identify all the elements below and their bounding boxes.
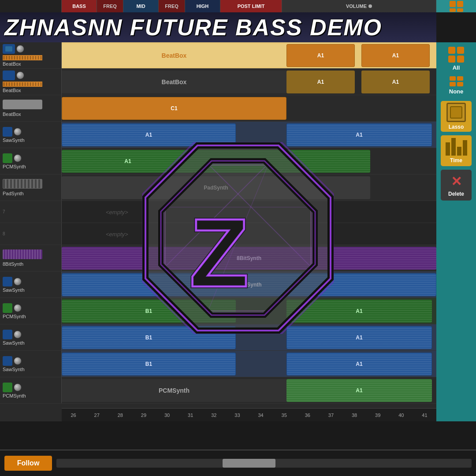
- track-knob[interactable]: [14, 304, 22, 312]
- pattern-block[interactable]: A1: [361, 71, 430, 93]
- track-header-11: PCMSynth: [0, 298, 62, 324]
- track-row: PCMSynth PCMSynth A1 A1: [0, 377, 436, 404]
- track-content-3[interactable]: C1: [62, 95, 436, 121]
- right-panel: All None Lasso T: [436, 42, 476, 421]
- pattern-empty: BeatBox: [62, 44, 286, 67]
- pattern-block[interactable]: C1: [62, 97, 286, 120]
- track-knob[interactable]: [14, 128, 22, 136]
- none-label[interactable]: None: [449, 88, 464, 95]
- pattern-block[interactable]: PadSynth: [62, 176, 370, 199]
- delete-icon: ✕: [451, 174, 462, 189]
- mixer-mid[interactable]: MID: [123, 0, 159, 12]
- track-icon: [3, 277, 12, 286]
- pattern-block[interactable]: A1: [286, 44, 355, 67]
- track-header-14: PCMSynth: [0, 377, 62, 403]
- pattern-block[interactable]: A1: [286, 379, 432, 402]
- mixer-freq2[interactable]: FREQ: [159, 0, 185, 12]
- track-row: BeatBox C1: [0, 95, 436, 122]
- track-content-9[interactable]: 8BitSynth A2: [62, 245, 436, 271]
- track-knob[interactable]: [14, 357, 22, 365]
- track-name-2: BeatBox: [3, 88, 59, 93]
- track-content-13[interactable]: B1 A1 A2: [62, 351, 436, 377]
- track-knob[interactable]: [14, 278, 22, 286]
- lasso-button[interactable]: Lasso: [441, 101, 472, 132]
- ruler-num: 35: [282, 413, 287, 418]
- mixer-volume[interactable]: VOLUME: [282, 0, 436, 12]
- track-content-11[interactable]: B1 A1 A2: [62, 298, 436, 324]
- track-header-8: 8: [0, 223, 62, 245]
- track-icon: [3, 153, 12, 163]
- mixer-bar: BASS FREQ MID FREQ HIGH POST LIMIT VOLUM…: [0, 0, 476, 12]
- track-knob[interactable]: [16, 45, 24, 53]
- mixer-high[interactable]: HIGH: [185, 0, 220, 12]
- pattern-block[interactable]: A1: [286, 71, 355, 93]
- track-row: SawSynth B1 A1 A2: [0, 351, 436, 377]
- pattern-block[interactable]: A1: [62, 123, 236, 146]
- ruler-num: 26: [71, 413, 76, 418]
- track-content-4[interactable]: A1 A1 A1: [62, 122, 436, 148]
- ruler-num: 40: [398, 413, 404, 418]
- pattern-block[interactable]: B1: [62, 300, 236, 323]
- track-row: BeatBox BeatBox A1 A1 A2: [0, 69, 436, 95]
- track-header-3: BeatBox: [0, 95, 62, 121]
- follow-button[interactable]: Follow: [4, 456, 52, 471]
- track-row: SawSynth B1 A1 A2: [0, 324, 436, 351]
- panel-none-section: None: [449, 76, 464, 95]
- ruler-num: 29: [141, 413, 146, 418]
- track-name-3: BeatBox: [3, 112, 59, 117]
- ruler-num: 37: [328, 413, 334, 418]
- pattern-block[interactable]: A1: [286, 123, 432, 146]
- pattern-empty: PCMSynth: [62, 379, 286, 402]
- pattern-block[interactable]: 8BitSynth: [62, 247, 436, 270]
- mixer-freq1[interactable]: FREQ: [97, 0, 123, 12]
- track-knob[interactable]: [16, 71, 24, 79]
- all-label[interactable]: All: [453, 64, 460, 71]
- pattern-block[interactable]: A1: [286, 300, 432, 323]
- pattern-block[interactable]: A1: [361, 44, 430, 67]
- track-number-8: 8: [3, 231, 59, 236]
- scrollbar[interactable]: [56, 459, 472, 468]
- track-knob[interactable]: [14, 331, 22, 338]
- track-content-12[interactable]: B1 A1 A2: [62, 324, 436, 350]
- track-content-6[interactable]: PadSynth: [62, 175, 436, 201]
- time-icon: [446, 138, 467, 156]
- track-row: 8BitSynth 8BitSynth A2: [0, 245, 436, 271]
- ruler-num: 33: [234, 413, 240, 418]
- time-button[interactable]: Time: [441, 135, 472, 166]
- ruler-num: 36: [305, 413, 310, 418]
- panel-dot-sm: [450, 82, 456, 86]
- mixer-post[interactable]: POST LIMIT: [220, 0, 282, 12]
- track-header-6: PadSynth: [0, 175, 62, 201]
- track-icon: [3, 179, 42, 189]
- track-content-2[interactable]: BeatBox A1 A1 A2: [62, 69, 436, 95]
- track-knob[interactable]: [14, 154, 22, 162]
- pattern-block[interactable]: A1: [286, 326, 432, 349]
- pattern-block[interactable]: A1: [62, 150, 194, 173]
- ruler-num: 27: [94, 413, 100, 418]
- pattern-block[interactable]: B1: [62, 353, 236, 376]
- panel-none-dots: [450, 76, 463, 86]
- scrollbar-thumb[interactable]: [223, 459, 275, 468]
- track-content-7[interactable]: <empty>: [62, 201, 436, 223]
- track-content-8[interactable]: <empty>: [62, 223, 436, 245]
- track-content-5[interactable]: A1: [62, 148, 436, 174]
- track-knob[interactable]: [14, 383, 22, 391]
- track-row: 8 <empty>: [0, 223, 436, 245]
- bottom-bar: Follow: [0, 450, 476, 476]
- track-icon: [3, 303, 12, 313]
- track-content-14[interactable]: PCMSynth A1 A1: [62, 377, 436, 403]
- ruler-num: 28: [118, 413, 123, 418]
- track-controls: [3, 44, 59, 54]
- track-name-13: SawSynth: [3, 367, 59, 372]
- delete-button[interactable]: ✕ Delete: [441, 170, 472, 201]
- panel-all-section: All: [448, 47, 464, 71]
- track-row: SawSynth A1 A1 A1: [0, 122, 436, 148]
- pattern-block[interactable]: SawSynth: [62, 273, 436, 296]
- volume-knob[interactable]: [368, 4, 372, 8]
- pattern-block[interactable]: B1: [62, 326, 236, 349]
- pattern-block[interactable]: A1: [286, 353, 432, 376]
- pattern-block[interactable]: [194, 150, 370, 173]
- mixer-bass[interactable]: BASS: [62, 0, 97, 12]
- track-content-10[interactable]: SawSynth A2: [62, 271, 436, 298]
- track-content-1[interactable]: BeatBox A1 A1 A1: [62, 42, 436, 68]
